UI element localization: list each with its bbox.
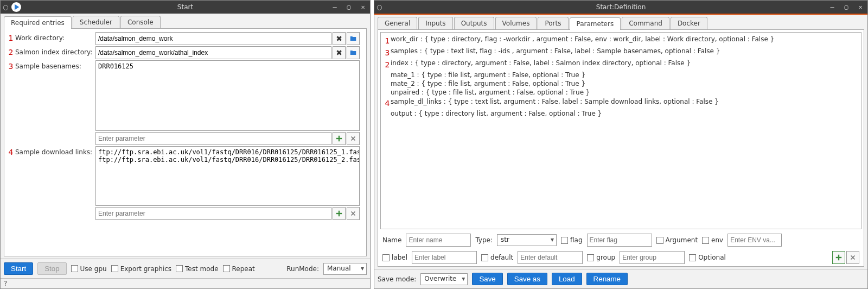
flag-input[interactable]: [587, 234, 652, 247]
annotation-4: 4: [8, 146, 14, 158]
stop-button[interactable]: Stop: [37, 262, 66, 275]
parameter-list[interactable]: 1work_dir : { type : directory, flag : -…: [380, 32, 861, 229]
folder-icon[interactable]: [347, 32, 360, 45]
name-input[interactable]: [406, 234, 471, 247]
clear-icon[interactable]: ✖: [333, 46, 346, 59]
tab-general[interactable]: General: [378, 17, 417, 29]
svg-rect-4: [339, 211, 340, 217]
param-line[interactable]: 4sample_dl_links : { type : text list, a…: [384, 97, 858, 109]
annotation-1: 1: [8, 32, 14, 44]
form-area: 1 Work directory: ✖ 2 Salmon index direc…: [4, 29, 366, 256]
definition-window: ○ Start:Definition — ▢ ✕ General Inputs …: [374, 0, 868, 289]
clear-icon[interactable]: ✖: [333, 32, 346, 45]
test-mode-checkbox[interactable]: Test mode: [176, 265, 218, 273]
use-gpu-checkbox[interactable]: Use gpu: [71, 265, 107, 273]
savemode-select[interactable]: Overwrite: [420, 273, 468, 285]
close-icon[interactable]: ✕: [358, 3, 368, 11]
default-checkbox[interactable]: default: [481, 254, 513, 261]
download-links-param-input[interactable]: [95, 207, 331, 220]
sample-basenames-param-input[interactable]: [95, 132, 331, 145]
tab-required-entries[interactable]: Required entries: [4, 16, 72, 29]
group-checkbox[interactable]: group: [587, 254, 615, 261]
index-directory-input[interactable]: [95, 46, 331, 59]
param-line[interactable]: 2index : { type : directory, argument : …: [384, 59, 858, 71]
maximize-icon[interactable]: ▢: [841, 3, 851, 11]
add-icon[interactable]: [333, 132, 346, 145]
svg-rect-6: [838, 255, 839, 261]
label-input[interactable]: [412, 251, 477, 264]
default-input[interactable]: [518, 251, 583, 264]
tab-parameters[interactable]: Parameters: [570, 17, 621, 30]
label-download-links: Sample download links:: [14, 146, 95, 158]
name-label: Name: [382, 236, 401, 244]
work-directory-input[interactable]: [95, 32, 331, 45]
add-param-icon[interactable]: [832, 251, 845, 264]
tab-ports[interactable]: Ports: [538, 17, 568, 29]
saveas-button[interactable]: Save as: [507, 273, 547, 285]
export-graphics-label: Export graphics: [120, 265, 171, 273]
folder-icon[interactable]: [347, 46, 360, 59]
param-text: sample_dl_links : { type : text list, ar…: [391, 97, 719, 109]
remove-icon[interactable]: [347, 132, 360, 145]
optional-checkbox[interactable]: Optional: [689, 254, 726, 261]
type-label: Type:: [475, 236, 493, 244]
tab-content-right: 1work_dir : { type : directory, flag : -…: [378, 29, 864, 267]
help-footer[interactable]: ?: [1, 278, 370, 288]
label-checkbox[interactable]: label: [382, 254, 407, 261]
window-menu-icon[interactable]: ○: [376, 3, 382, 11]
annotation: [384, 109, 391, 118]
window-menu-icon[interactable]: ○: [3, 3, 8, 11]
group-input[interactable]: [620, 251, 685, 264]
param-line[interactable]: 1work_dir : { type : directory, flag : -…: [384, 35, 858, 47]
runmode-select[interactable]: Manual: [323, 263, 367, 275]
svg-rect-2: [339, 136, 340, 142]
annotation-2: 2: [8, 46, 14, 58]
repeat-checkbox[interactable]: Repeat: [223, 265, 255, 273]
minimize-icon[interactable]: —: [330, 3, 340, 11]
param-text: work_dir : { type : directory, flag : -w…: [391, 35, 774, 47]
tab-docker[interactable]: Docker: [671, 17, 707, 29]
sample-basenames-textarea[interactable]: DRR016125: [95, 60, 360, 131]
rename-button[interactable]: Rename: [586, 273, 628, 285]
group-check-label: group: [596, 254, 615, 261]
titlebar-left: ○ Start — ▢ ✕: [1, 1, 370, 14]
download-links-textarea[interactable]: ftp://ftp.sra.ebi.ac.uk/vol1/fastq/DRR01…: [95, 146, 360, 206]
param-text: samples : { type : text list, flag : -id…: [391, 47, 720, 59]
tab-inputs[interactable]: Inputs: [418, 17, 452, 29]
annotation: [384, 79, 391, 88]
flag-check-label: flag: [570, 236, 583, 244]
param-text: mate_1 : { type : file list, argument : …: [391, 71, 585, 79]
export-graphics-checkbox[interactable]: Export graphics: [111, 265, 171, 273]
label-check-label: label: [392, 254, 407, 261]
svg-marker-0: [15, 4, 19, 10]
param-line[interactable]: 3samples : { type : text list, flag : -i…: [384, 47, 858, 59]
remove-param-icon[interactable]: [846, 251, 859, 264]
annotation: 3: [384, 47, 391, 59]
flag-checkbox[interactable]: flag: [561, 236, 583, 244]
param-text: mate_2 : { type : file list, argument : …: [391, 79, 585, 88]
type-select[interactable]: str: [497, 234, 557, 246]
load-button[interactable]: Load: [552, 273, 582, 285]
minimize-icon[interactable]: —: [827, 3, 837, 11]
maximize-icon[interactable]: ▢: [344, 3, 354, 11]
start-button[interactable]: Start: [4, 262, 33, 275]
remove-icon[interactable]: [347, 207, 360, 220]
app-icon: [11, 2, 21, 12]
argument-checkbox[interactable]: Argument: [656, 236, 698, 244]
tab-console[interactable]: Console: [120, 16, 161, 28]
tab-volumes[interactable]: Volumes: [495, 17, 537, 29]
tab-command[interactable]: Command: [622, 17, 669, 29]
param-line[interactable]: output : { type : directory list, argume…: [384, 109, 858, 118]
param-line[interactable]: unpaired : { type : file list, argument …: [384, 88, 858, 97]
tab-outputs[interactable]: Outputs: [454, 17, 494, 29]
tab-scheduler[interactable]: Scheduler: [73, 16, 119, 28]
env-checkbox[interactable]: env: [702, 236, 723, 244]
param-line[interactable]: mate_1 : { type : file list, argument : …: [384, 71, 858, 79]
save-button[interactable]: Save: [472, 273, 502, 285]
bottom-bar-right: Save mode: Overwrite Save Save as Load R…: [374, 269, 867, 288]
close-icon[interactable]: ✕: [856, 3, 865, 11]
tabs-right: General Inputs Outputs Volumes Ports Par…: [374, 15, 867, 29]
param-line[interactable]: mate_2 : { type : file list, argument : …: [384, 79, 858, 88]
add-icon[interactable]: [333, 207, 346, 220]
env-input[interactable]: [727, 234, 782, 247]
